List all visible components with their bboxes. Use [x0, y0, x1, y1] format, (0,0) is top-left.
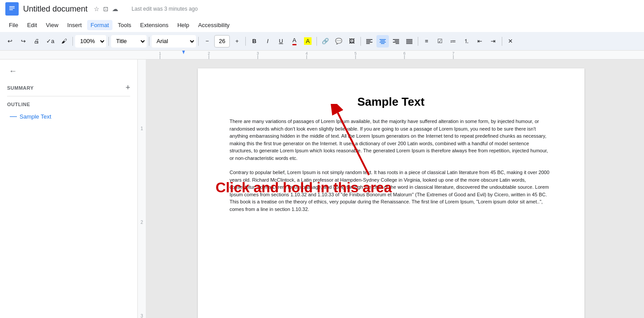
separator-2 [108, 37, 109, 46]
align-center-button[interactable] [376, 35, 389, 48]
align-left-button[interactable] [363, 35, 376, 48]
redo-button[interactable]: ↪ [17, 35, 29, 48]
page-num-bar: 1 2 3 4 [138, 60, 146, 318]
menu-format[interactable]: Format [87, 20, 112, 30]
svg-rect-20 [138, 51, 644, 59]
menu-help[interactable]: Help [174, 20, 193, 30]
summary-label: SUMMARY [7, 85, 34, 91]
svg-text:2: 2 [208, 51, 210, 56]
svg-text:1: 1 [159, 51, 161, 56]
separator-6 [316, 37, 317, 46]
link-button[interactable]: 🔗 [319, 35, 332, 48]
undo-button[interactable]: ↩ [4, 35, 16, 48]
ruler-sidebar-space [0, 51, 138, 59]
svg-rect-0 [8, 4, 16, 14]
svg-rect-1 [9, 6, 15, 7]
add-summary-button[interactable]: + [125, 83, 130, 92]
bold-button[interactable]: B [248, 35, 260, 48]
decrease-indent-button[interactable]: ⇤ [474, 35, 486, 48]
star-icon[interactable]: ☆ [94, 5, 100, 12]
line-spacing-button[interactable]: ≡ [420, 35, 433, 48]
decrease-font-size[interactable]: − [201, 35, 213, 48]
menu-bar: File Edit View Insert Format Tools Exten… [0, 18, 644, 32]
document-title[interactable]: Untitled document [23, 4, 88, 14]
separator-9 [502, 37, 502, 46]
font-size-area: − + [201, 35, 243, 48]
zoom-select[interactable]: 100% 75% 125% 150% [75, 35, 106, 48]
bullets-button[interactable]: ≔ [447, 35, 460, 48]
menu-extensions[interactable]: Extensions [136, 20, 172, 30]
image-button[interactable]: 🖼 [346, 35, 358, 48]
menu-tools[interactable]: Tools [114, 20, 135, 30]
outline-item-text: Sample Text [20, 113, 51, 120]
last-edit-status: Last edit was 3 minutes ago [132, 6, 198, 12]
ruler: 1 2 3 4 5 6 7 Left Margin [0, 51, 644, 60]
paragraph-style-select[interactable]: Title Normal text Heading 1 Heading 2 He… [111, 35, 147, 48]
title-bar: Untitled document ☆ ⊡ ☁ Last edit was 3 … [0, 0, 644, 18]
separator-4 [198, 37, 199, 46]
ruler-content[interactable]: 1 2 3 4 5 6 7 Left Margin [138, 51, 644, 59]
main-layout: ← SUMMARY + OUTLINE — Sample Text 1 2 3 … [0, 60, 644, 318]
svg-text:5: 5 [354, 51, 356, 56]
document-paragraph-1: There are many variations of passages of… [230, 118, 552, 162]
spellcheck-button[interactable]: ✓a [44, 35, 57, 48]
svg-text:6: 6 [403, 51, 405, 56]
italic-button[interactable]: I [261, 35, 274, 48]
svg-rect-3 [9, 9, 13, 10]
document-page: Sample Text There are many variations of… [198, 68, 584, 318]
outline-label: OUTLINE [7, 102, 130, 107]
menu-accessibility[interactable]: Accessibility [195, 20, 233, 30]
font-color-button[interactable]: A [288, 35, 300, 48]
document-area[interactable]: 1 2 3 4 Sample Text There are many varia… [138, 60, 644, 318]
separator-7 [360, 37, 361, 46]
svg-text:4: 4 [305, 51, 308, 56]
app-icon [5, 2, 19, 16]
menu-insert[interactable]: Insert [64, 20, 85, 30]
align-right-button[interactable] [390, 35, 402, 48]
align-justify-button[interactable] [403, 35, 416, 48]
back-arrow-icon: ← [9, 67, 17, 76]
separator-1 [72, 37, 73, 46]
clear-formatting-button[interactable]: ✕ [504, 35, 517, 48]
font-select[interactable]: Arial Times New Roman Courier New [152, 35, 196, 48]
svg-text:7: 7 [452, 51, 454, 56]
cloud-icon[interactable]: ☁ [112, 5, 118, 12]
checklist-button[interactable]: ☑ [434, 35, 446, 48]
menu-view[interactable]: View [42, 20, 62, 30]
menu-file[interactable]: File [5, 20, 22, 30]
title-icons: ☆ ⊡ ☁ [94, 5, 118, 12]
toolbar: ↩ ↪ 🖨 ✓a 🖌 100% 75% 125% 150% Title Norm… [0, 32, 644, 51]
document-paragraph-2: Contrary to popular belief, Lorem Ipsum … [230, 169, 552, 213]
sidebar-divider [7, 96, 130, 96]
outline-dash-icon: — [10, 112, 17, 120]
move-icon[interactable]: ⊡ [103, 5, 108, 12]
svg-text:3: 3 [256, 51, 259, 56]
increase-indent-button[interactable]: ⇥ [487, 35, 500, 48]
print-button[interactable]: 🖨 [30, 35, 43, 48]
page-num-1: 1 [140, 126, 143, 131]
highlight-button[interactable]: A [301, 35, 314, 48]
page-num-2: 2 [140, 220, 143, 225]
separator-8 [418, 37, 418, 46]
page-num-3: 3 [140, 314, 143, 318]
summary-section: SUMMARY + [7, 83, 130, 92]
numbered-list-button[interactable]: ⒈ [460, 35, 473, 48]
font-size-input[interactable] [214, 35, 230, 48]
sidebar-back-button[interactable]: ← [7, 65, 130, 78]
document-heading: Sample Text [230, 95, 552, 109]
svg-rect-2 [9, 8, 15, 9]
separator-3 [149, 37, 149, 46]
paintformat-button[interactable]: 🖌 [58, 35, 70, 48]
sidebar: ← SUMMARY + OUTLINE — Sample Text [0, 60, 138, 318]
comment-button[interactable]: 💬 [332, 35, 345, 48]
menu-edit[interactable]: Edit [24, 20, 40, 30]
underline-button[interactable]: U [275, 35, 287, 48]
increase-font-size[interactable]: + [231, 35, 243, 48]
separator-5 [245, 37, 246, 46]
outline-item[interactable]: — Sample Text [7, 111, 130, 122]
